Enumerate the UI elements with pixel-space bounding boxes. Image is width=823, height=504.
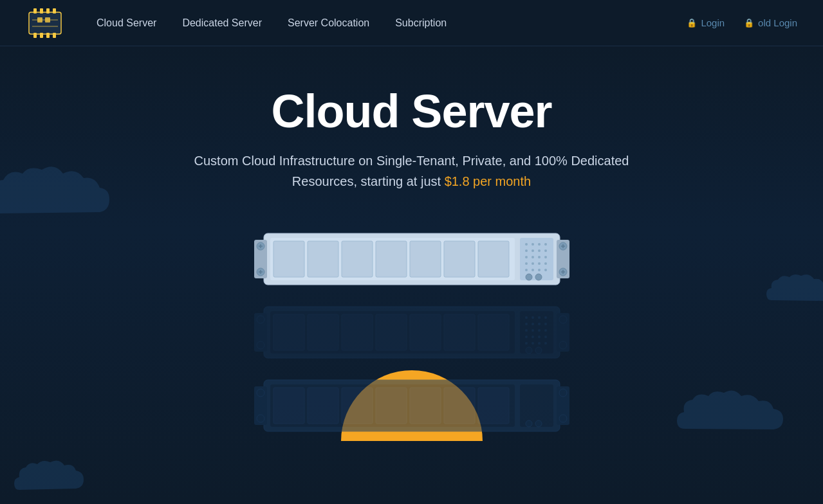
nav-links: Cloud Server Dedicated Server Server Col… bbox=[97, 17, 687, 29]
nav-server-colocation[interactable]: Server Colocation bbox=[288, 17, 369, 29]
svg-point-49 bbox=[525, 262, 528, 265]
lock-icon-2: 🔒 bbox=[744, 18, 754, 28]
svg-point-77 bbox=[538, 316, 541, 319]
svg-rect-33 bbox=[410, 241, 441, 277]
nav-cloud-server[interactable]: Cloud Server bbox=[97, 17, 156, 29]
svg-point-93 bbox=[538, 342, 541, 345]
svg-point-91 bbox=[525, 342, 528, 345]
svg-rect-110 bbox=[444, 388, 475, 424]
server-unit-2-reflection bbox=[251, 297, 573, 368]
svg-point-41 bbox=[525, 249, 528, 252]
svg-rect-31 bbox=[342, 241, 373, 277]
cloud-decoration-right-1 bbox=[765, 271, 823, 309]
svg-point-113 bbox=[526, 420, 532, 427]
svg-point-81 bbox=[538, 323, 541, 325]
cloud-decoration-left-2 bbox=[13, 458, 97, 499]
server-unit-1 bbox=[251, 224, 573, 294]
svg-point-39 bbox=[538, 243, 541, 246]
svg-point-53 bbox=[525, 269, 528, 271]
svg-point-58 bbox=[535, 274, 542, 280]
svg-point-37 bbox=[525, 243, 528, 246]
svg-point-79 bbox=[525, 323, 528, 325]
svg-point-102 bbox=[559, 389, 567, 397]
logo-icon bbox=[26, 7, 64, 39]
lock-icon-1: 🔒 bbox=[687, 18, 697, 28]
svg-rect-7 bbox=[46, 33, 50, 38]
svg-rect-107 bbox=[342, 388, 373, 424]
hero-section: Cloud Server Custom Cloud Infrastructure… bbox=[0, 46, 823, 504]
svg-point-95 bbox=[526, 347, 532, 354]
svg-point-43 bbox=[538, 249, 541, 252]
nav-subcription[interactable]: Subcription bbox=[395, 17, 447, 29]
svg-point-88 bbox=[532, 336, 534, 338]
svg-point-55 bbox=[538, 269, 541, 271]
svg-rect-29 bbox=[273, 241, 304, 277]
nav-dedicated-server[interactable]: Dedicated Server bbox=[182, 17, 262, 29]
svg-rect-30 bbox=[308, 241, 338, 277]
svg-rect-4 bbox=[53, 8, 56, 14]
hero-title: Cloud Server bbox=[271, 85, 551, 138]
svg-point-64 bbox=[559, 316, 567, 323]
svg-rect-74 bbox=[520, 311, 553, 354]
svg-point-101 bbox=[257, 415, 264, 422]
svg-rect-36 bbox=[520, 238, 553, 280]
subtitle-text: Custom Cloud Infrastructure on Single-Te… bbox=[194, 154, 629, 188]
svg-point-90 bbox=[544, 336, 547, 338]
svg-point-46 bbox=[532, 256, 534, 258]
logo[interactable] bbox=[26, 7, 64, 39]
svg-rect-106 bbox=[308, 388, 338, 424]
svg-point-89 bbox=[538, 336, 541, 338]
svg-rect-68 bbox=[308, 314, 338, 350]
old-login-link[interactable]: 🔒 old Login bbox=[744, 17, 797, 28]
svg-point-44 bbox=[544, 249, 547, 252]
svg-point-78 bbox=[544, 316, 547, 319]
svg-rect-105 bbox=[273, 388, 304, 424]
server-unit-3-container bbox=[251, 370, 573, 441]
svg-point-52 bbox=[544, 262, 547, 265]
svg-point-94 bbox=[544, 342, 547, 345]
svg-point-54 bbox=[532, 269, 534, 271]
old-login-label: old Login bbox=[758, 17, 797, 28]
svg-rect-111 bbox=[478, 388, 509, 424]
svg-point-50 bbox=[532, 262, 534, 265]
subtitle-price: $1.8 per month bbox=[445, 174, 532, 188]
svg-point-40 bbox=[544, 243, 547, 246]
server-unit-3-reflection bbox=[251, 370, 573, 441]
svg-rect-12 bbox=[45, 17, 50, 22]
svg-point-84 bbox=[532, 329, 534, 332]
svg-rect-73 bbox=[478, 314, 509, 350]
server-illustration bbox=[245, 224, 579, 441]
svg-point-86 bbox=[544, 329, 547, 332]
login-link[interactable]: 🔒 Login bbox=[687, 17, 725, 28]
svg-point-87 bbox=[525, 336, 528, 338]
svg-rect-0 bbox=[29, 12, 61, 34]
svg-rect-1 bbox=[33, 8, 37, 14]
svg-rect-35 bbox=[478, 241, 509, 277]
svg-point-63 bbox=[257, 341, 264, 349]
cloud-decoration-left-1 bbox=[0, 162, 122, 229]
svg-rect-71 bbox=[410, 314, 441, 350]
svg-rect-8 bbox=[53, 33, 56, 38]
login-label: Login bbox=[701, 17, 725, 28]
svg-point-48 bbox=[544, 256, 547, 258]
svg-rect-112 bbox=[520, 384, 553, 427]
hero-subtitle: Custom Cloud Infrastructure on Single-Te… bbox=[193, 150, 631, 192]
svg-rect-3 bbox=[46, 8, 50, 14]
svg-point-76 bbox=[532, 316, 534, 319]
svg-point-80 bbox=[532, 323, 534, 325]
nav-auth: 🔒 Login 🔒 old Login bbox=[687, 17, 797, 28]
svg-point-82 bbox=[544, 323, 547, 325]
svg-rect-72 bbox=[444, 314, 475, 350]
svg-point-103 bbox=[559, 415, 567, 422]
svg-rect-70 bbox=[376, 314, 407, 350]
svg-rect-2 bbox=[40, 8, 43, 14]
svg-rect-34 bbox=[444, 241, 475, 277]
svg-rect-6 bbox=[40, 33, 43, 38]
svg-point-85 bbox=[538, 329, 541, 332]
svg-point-47 bbox=[538, 256, 541, 258]
svg-point-38 bbox=[532, 243, 534, 246]
svg-rect-11 bbox=[37, 17, 42, 22]
svg-point-92 bbox=[532, 342, 534, 345]
svg-rect-109 bbox=[410, 388, 441, 424]
svg-point-56 bbox=[544, 269, 547, 271]
